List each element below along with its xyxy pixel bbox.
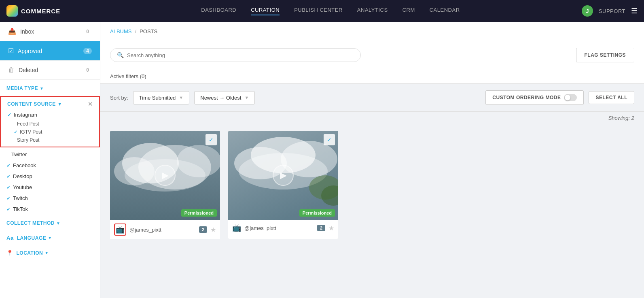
sidebar-item-approved[interactable]: ☑ Approved 4 bbox=[0, 41, 100, 61]
post-thumb-1[interactable]: ▶ ✓ Permissioned bbox=[110, 131, 220, 220]
nav-link-publish-center[interactable]: PUBLISH CENTER bbox=[294, 7, 343, 15]
post-username-2: @james_pixtt bbox=[244, 225, 314, 231]
sort-2-chevron: ▼ bbox=[244, 95, 249, 100]
source-desktop[interactable]: Desktop bbox=[0, 171, 100, 182]
source-instagram[interactable]: Instagram bbox=[1, 110, 99, 120]
tiktok-label: TikTok bbox=[13, 206, 28, 212]
breadcrumb: ALBUMS / POSTS bbox=[100, 22, 644, 41]
search-box: 🔍 bbox=[110, 48, 361, 62]
language-icon: Aa bbox=[6, 235, 14, 241]
breadcrumb-separator: / bbox=[135, 28, 136, 34]
source-tiktok[interactable]: TikTok bbox=[0, 204, 100, 215]
nav-link-crm[interactable]: CRM bbox=[402, 7, 415, 15]
deleted-label: Deleted bbox=[19, 67, 38, 73]
content-source-close-icon[interactable]: ✕ bbox=[88, 101, 93, 107]
sidebar: 📥 Inbox 0 ☑ Approved 4 🗑 Deleted 0 MEDIA… bbox=[0, 22, 100, 298]
select-all-button[interactable]: SELECT ALL bbox=[589, 91, 634, 104]
location-chevron: ▼ bbox=[44, 251, 49, 255]
main-layout: 📥 Inbox 0 ☑ Approved 4 🗑 Deleted 0 MEDIA… bbox=[0, 22, 644, 298]
post-star-1[interactable]: ★ bbox=[210, 226, 216, 234]
play-button-1[interactable]: ▶ bbox=[155, 165, 176, 186]
top-nav: COMMERCE DASHBOARD CURATION PUBLISH CENT… bbox=[0, 0, 644, 22]
source-igtv-post[interactable]: IGTV Post bbox=[1, 128, 99, 136]
source-twitch[interactable]: Twitch bbox=[0, 193, 100, 204]
approved-icon: ☑ bbox=[8, 47, 14, 55]
media-type-header[interactable]: MEDIA TYPE ▼ bbox=[0, 80, 100, 94]
twitter-label: Twitter bbox=[11, 151, 27, 158]
support-link[interactable]: SUPPORT bbox=[599, 8, 625, 14]
language-label: LANGUAGE bbox=[17, 235, 47, 241]
language-header[interactable]: Aa LANGUAGE ▼ bbox=[0, 229, 100, 244]
nav-link-curation[interactable]: CURATION bbox=[251, 7, 280, 15]
facebook-label: Facebook bbox=[13, 162, 36, 168]
showing-count-label: Showing: 2 bbox=[608, 115, 634, 121]
content-source-box: CONTENT SOURCE ▼ ✕ Instagram Feed Post I… bbox=[0, 96, 100, 147]
content-source-chevron: ▼ bbox=[57, 101, 62, 107]
post-source-icon-1: 📺 bbox=[116, 225, 125, 234]
post-star-2[interactable]: ★ bbox=[328, 224, 334, 232]
search-icon: 🔍 bbox=[117, 52, 124, 58]
nav-link-dashboard[interactable]: DASHBOARD bbox=[201, 7, 236, 15]
post-footer-1: 📺 @james_pixtt 2 ★ bbox=[110, 220, 220, 239]
location-icon: 📍 bbox=[6, 250, 13, 256]
sort-1-chevron: ▼ bbox=[179, 95, 183, 100]
instagram-label: Instagram bbox=[14, 112, 37, 118]
sort-newest-oldest[interactable]: Newest → Oldest ▼ bbox=[194, 91, 255, 104]
hamburger-icon[interactable]: ☰ bbox=[631, 6, 638, 15]
main-content: ALBUMS / POSTS 🔍 FLAG SETTINGS Active fi… bbox=[100, 22, 644, 298]
search-input[interactable] bbox=[127, 52, 354, 58]
source-twitter[interactable]: Twitter bbox=[0, 149, 100, 160]
sort-option-1-label: Time Submitted bbox=[139, 95, 176, 101]
source-youtube[interactable]: Youtube bbox=[0, 182, 100, 193]
permissioned-badge-2: Permissioned bbox=[299, 209, 335, 217]
custom-ordering-toggle[interactable] bbox=[564, 94, 577, 101]
twitch-label: Twitch bbox=[13, 195, 28, 201]
content-source-label: CONTENT SOURCE bbox=[7, 101, 56, 107]
deleted-icon: 🗑 bbox=[8, 66, 15, 74]
post-count-2: 2 bbox=[317, 225, 325, 231]
check-overlay-2[interactable]: ✓ bbox=[324, 134, 335, 145]
source-feed-post[interactable]: Feed Post bbox=[1, 120, 99, 128]
search-area: 🔍 FLAG SETTINGS bbox=[100, 41, 644, 69]
play-button-2[interactable]: ▶ bbox=[273, 165, 294, 186]
breadcrumb-posts: POSTS bbox=[140, 28, 157, 34]
source-icon-highlight: 📺 bbox=[114, 224, 126, 236]
inbox-count: 0 bbox=[83, 28, 92, 35]
content-source-header[interactable]: CONTENT SOURCE ▼ ✕ bbox=[1, 97, 99, 110]
nav-link-calendar[interactable]: CALENDAR bbox=[430, 7, 460, 15]
sidebar-item-deleted[interactable]: 🗑 Deleted 0 bbox=[0, 61, 100, 80]
sidebar-item-inbox[interactable]: 📥 Inbox 0 bbox=[0, 22, 100, 41]
desktop-label: Desktop bbox=[13, 173, 32, 179]
posts-grid: ▶ ✓ Permissioned 📺 @james_pixtt 2 ★ bbox=[100, 124, 644, 249]
post-count-1: 2 bbox=[199, 226, 207, 233]
check-overlay-1[interactable]: ✓ bbox=[205, 134, 217, 145]
flag-settings-button[interactable]: FLAG SETTINGS bbox=[576, 48, 635, 62]
nav-logo[interactable]: COMMERCE bbox=[6, 5, 79, 17]
commerce-logo-icon bbox=[6, 5, 18, 17]
toolbar: Sort by: Time Submitted ▼ Newest → Oldes… bbox=[100, 84, 644, 112]
location-label: LOCATION bbox=[17, 250, 43, 256]
permissioned-badge-1: Permissioned bbox=[181, 209, 217, 217]
source-facebook[interactable]: Facebook bbox=[0, 160, 100, 171]
collect-method-header[interactable]: COLLECT METHOD ▼ bbox=[0, 215, 100, 229]
custom-ordering-button[interactable]: CUSTOM ORDERING MODE bbox=[485, 90, 584, 105]
post-username-1: @james_pixtt bbox=[129, 227, 196, 233]
custom-ordering-label: CUSTOM ORDERING MODE bbox=[492, 95, 561, 100]
sort-option-2-label: Newest → Oldest bbox=[200, 95, 241, 101]
sort-by-label: Sort by: bbox=[110, 95, 128, 101]
media-type-label: MEDIA TYPE bbox=[6, 85, 38, 91]
location-header[interactable]: 📍 LOCATION ▼ bbox=[0, 244, 100, 259]
inbox-label: Inbox bbox=[20, 28, 34, 35]
post-thumb-2[interactable]: ▶ ✓ Permissioned bbox=[228, 131, 338, 220]
youtube-label: Youtube bbox=[13, 184, 32, 190]
user-avatar[interactable]: J bbox=[582, 5, 593, 17]
inbox-icon: 📥 bbox=[8, 28, 16, 35]
post-card-1: ▶ ✓ Permissioned 📺 @james_pixtt 2 ★ bbox=[110, 131, 220, 239]
feed-post-label: Feed Post bbox=[17, 121, 39, 127]
sort-time-submitted[interactable]: Time Submitted ▼ bbox=[133, 91, 189, 104]
approved-label: Approved bbox=[18, 48, 42, 54]
nav-link-analytics[interactable]: ANALYTICS bbox=[357, 7, 388, 15]
approved-count: 4 bbox=[83, 48, 92, 54]
source-story-post[interactable]: Story Post bbox=[1, 136, 99, 144]
breadcrumb-albums[interactable]: ALBUMS bbox=[110, 28, 131, 34]
